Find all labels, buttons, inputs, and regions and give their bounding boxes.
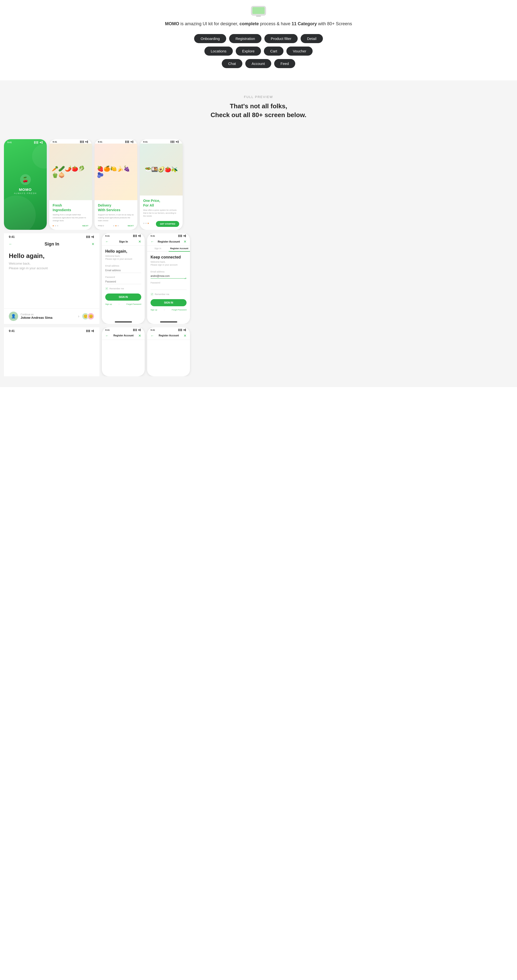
chip-product-filter[interactable]: Product filter bbox=[264, 34, 298, 43]
chip-detail[interactable]: Detail bbox=[301, 34, 323, 43]
nav-prev-2[interactable]: PREV bbox=[98, 225, 104, 227]
forgot-link-m1[interactable]: Forget Password bbox=[127, 303, 141, 305]
status-icons-1: ▌▌▌ ◀ ▌ bbox=[80, 141, 89, 143]
svg-rect-2 bbox=[256, 16, 261, 17]
chip-onboarding[interactable]: Onboarding bbox=[194, 34, 226, 43]
status-icons-large: ▌▌▌ ◀ ▌ bbox=[86, 236, 95, 238]
chip-locations[interactable]: Locations bbox=[205, 46, 233, 56]
close-icon-reg1[interactable]: ✕ bbox=[138, 334, 141, 337]
register-tabs: Sign In Register Account bbox=[147, 246, 190, 251]
onboard-content-2: 9:41 ▌▌▌◀▌ 🍓🍊🍋🍌🍇🫐 DeliveryWith Services … bbox=[95, 139, 137, 230]
email-check-icon: ✓ bbox=[184, 277, 187, 280]
signin-heading-m2: Keep connected bbox=[151, 255, 187, 259]
avatar-2: 😊 bbox=[87, 313, 95, 320]
status-icons-m2: ▌▌▌ ◀ ▌ bbox=[178, 235, 187, 237]
reg-title-2: Register Account bbox=[159, 334, 179, 337]
register-screen-1: 9:41 ▌▌▌ ◀ ▌ ← Register Account ✕ bbox=[102, 327, 145, 376]
splash-logo: 🍒 bbox=[20, 174, 31, 185]
salad-illustration: 🥗🍱🥑🍅🫒 bbox=[140, 143, 182, 196]
splash-status-bar: 9:41 ▌▌▌ ◀ ▌ bbox=[4, 141, 47, 143]
category-chips-wrapper: Onboarding Registration Product filter D… bbox=[10, 34, 507, 68]
signin-tab[interactable]: Sign In bbox=[147, 246, 169, 251]
signin-screens-row: 9:41 ▌▌▌ ◀ ▌ ← Sign In ✕ Hello again, We… bbox=[4, 233, 513, 324]
onboard-text-area-1: FreshIngredients Starting from a simple … bbox=[49, 200, 92, 229]
reg-header-2: ← Register Account ✕ bbox=[147, 332, 190, 340]
signin-title-m1: Sign In bbox=[119, 240, 128, 243]
close-icon-m1[interactable]: ✕ bbox=[138, 240, 141, 243]
back-arrow-large[interactable]: ← bbox=[9, 242, 12, 246]
status-bar-3: 9:41 ▌▌▌◀▌ bbox=[140, 139, 182, 143]
splash-decor-1 bbox=[4, 196, 36, 230]
chips-row-3: Chat Account Feed bbox=[222, 59, 295, 68]
signin-footer-m1: Sign up ← Forget Password bbox=[105, 303, 141, 305]
remember-checkbox-m1[interactable]: ✓ bbox=[105, 287, 108, 290]
onboard-title-3: One Price,For All bbox=[143, 199, 179, 207]
phone-top-icon bbox=[246, 5, 271, 17]
status-bar-reg2: 9:41 ▌▌▌ ◀ ▌ bbox=[147, 327, 190, 332]
close-icon-reg2[interactable]: ✕ bbox=[184, 334, 187, 337]
remember-label-m2: Remember me bbox=[155, 293, 170, 296]
chip-account[interactable]: Account bbox=[245, 59, 271, 68]
chip-voucher[interactable]: Voucher bbox=[286, 46, 312, 56]
status-bar-reg1: 9:41 ▌▌▌ ◀ ▌ bbox=[102, 327, 145, 332]
signin-footer-m2: Sign up ← Forget Password bbox=[151, 309, 187, 311]
password-label-m1: Password bbox=[105, 276, 141, 278]
register-tab[interactable]: Register Account bbox=[169, 246, 190, 251]
dot-1c bbox=[143, 223, 144, 224]
register-screen-2: 9:41 ▌▌▌ ◀ ▌ ← Register Account ✕ bbox=[147, 327, 190, 376]
signin-header-m2: ← Register Account ✕ bbox=[147, 238, 190, 246]
chip-cart[interactable]: Cart bbox=[264, 46, 284, 56]
signin-title-large: Sign In bbox=[44, 242, 59, 247]
splash-screen: 9:41 ▌▌▌ ◀ ▌ 🍒 MOMO ALWAYS FRESH bbox=[4, 139, 47, 230]
chip-chat[interactable]: Chat bbox=[222, 59, 243, 68]
continue-as-row[interactable]: 👤 Continue as Jokow Andreas Sima › 🙂 😊 bbox=[4, 309, 99, 324]
home-indicator-m1 bbox=[115, 321, 132, 323]
email-input-m1[interactable] bbox=[105, 268, 141, 273]
signin-button-m1[interactable]: SIGN IN bbox=[105, 294, 141, 301]
chip-registration[interactable]: Registration bbox=[229, 34, 262, 43]
dot-3b bbox=[117, 225, 119, 226]
onboard-content-1: 9:41 ▌▌▌ ◀ ▌ 🥕🥒🌶️🍅🥬🫑🧅 FreshIngredients S… bbox=[49, 139, 92, 230]
status-icons-2: ▌▌▌◀▌ bbox=[125, 141, 134, 143]
hero-description: MOMO is amazing UI kit for designer, com… bbox=[10, 21, 507, 27]
signin-button-m2[interactable]: SIGN IN bbox=[151, 299, 187, 306]
chip-explore[interactable]: Explore bbox=[236, 46, 261, 56]
password-input-m2[interactable] bbox=[151, 285, 187, 290]
remember-row-m1: ✓ Remember me bbox=[105, 287, 141, 290]
splash-decor-2 bbox=[32, 144, 47, 169]
onboard-content-3: 9:41 ▌▌▌◀▌ 🥗🍱🥑🍅🫒 One Price,For All Mow o… bbox=[140, 139, 182, 230]
reg-header-1: ← Register Account ✕ bbox=[102, 332, 145, 340]
email-input-m2[interactable] bbox=[151, 274, 187, 278]
back-arrow-m2[interactable]: ← bbox=[151, 240, 154, 243]
signup-link-m1[interactable]: Sign up bbox=[105, 303, 112, 305]
onboard-nav-3: GET STARTED bbox=[143, 220, 179, 227]
password-input-m1[interactable] bbox=[105, 279, 141, 284]
get-started-button[interactable]: GET STARTED bbox=[156, 221, 179, 227]
close-icon-m2[interactable]: ✕ bbox=[184, 240, 187, 243]
dot-3c bbox=[147, 223, 149, 224]
status-icons-3: ▌▌▌◀▌ bbox=[171, 141, 179, 143]
cherry-icon: 🍒 bbox=[22, 177, 29, 183]
full-preview-title: That's not all folks, Check out all 80+ … bbox=[5, 102, 512, 119]
signup-link-m2[interactable]: Sign up bbox=[151, 309, 157, 311]
dot-1 bbox=[52, 225, 54, 226]
register-bottom-row: 9:41 ▌▌▌ ◀ ▌ 9:41 ▌▌▌ ◀ ▌ ← Register Acc… bbox=[4, 327, 513, 376]
hero-phone bbox=[10, 5, 507, 18]
dot-1b bbox=[113, 225, 114, 226]
close-icon-large[interactable]: ✕ bbox=[92, 242, 95, 246]
back-arrow-reg2[interactable]: ← bbox=[151, 334, 154, 337]
nav-next-1[interactable]: NEXT bbox=[82, 225, 89, 227]
chip-feed[interactable]: Feed bbox=[274, 59, 295, 68]
status-icons-reg1: ▌▌▌ ◀ ▌ bbox=[133, 329, 141, 331]
signin-header-m1: ← Sign In ✕ bbox=[102, 238, 145, 246]
continue-user-name: Jokow Andreas Sima bbox=[21, 316, 76, 320]
check-icon-m1: ✓ bbox=[106, 287, 108, 290]
veggies-illustration: 🥕🥒🌶️🍅🥬🫑🧅 bbox=[49, 143, 92, 200]
remember-checkbox-m2[interactable]: ✓ bbox=[151, 293, 154, 296]
nav-next-2[interactable]: NEXT bbox=[128, 225, 134, 227]
onboard-body-2: Support our farmers, it can be as easy a… bbox=[98, 213, 134, 222]
forgot-link-m2[interactable]: Forget Password bbox=[172, 309, 187, 311]
dot-2 bbox=[55, 225, 56, 226]
back-arrow-m1[interactable]: ← bbox=[105, 240, 109, 243]
back-arrow-reg1[interactable]: ← bbox=[105, 334, 109, 337]
